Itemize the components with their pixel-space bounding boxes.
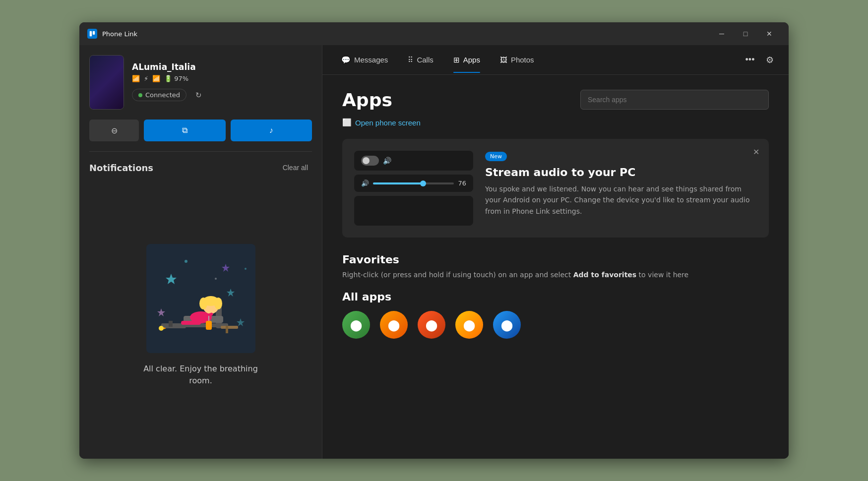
svg-rect-17 xyxy=(226,326,228,333)
volume-fill xyxy=(373,182,423,184)
maximize-button[interactable]: □ xyxy=(734,26,757,42)
favorites-subtitle-highlight: Add to favorites xyxy=(573,271,636,279)
all-apps-title: All apps xyxy=(342,291,769,303)
photos-icon: 🖼 xyxy=(500,56,507,64)
search-input[interactable] xyxy=(580,90,769,110)
wifi-icon: ⚡ xyxy=(144,75,148,82)
promo-text: New Stream audio to your PC You spoke an… xyxy=(485,151,757,226)
phone-meta: ALumia_Italia 📶 ⚡ 📶 🔋 97% Connected xyxy=(132,62,312,103)
promo-close-button[interactable]: ✕ xyxy=(749,145,763,159)
phone-stats: 📶 ⚡ 📶 🔋 97% xyxy=(132,75,312,82)
open-phone-button[interactable]: ⬜ Open phone screen xyxy=(342,118,421,127)
notification-illustration xyxy=(146,244,255,353)
favorites-subtitle: Right-click (or press and hold if using … xyxy=(342,271,769,279)
messages-icon: 💬 xyxy=(341,56,351,64)
app-icons-row: ⬤ ⬤ ⬤ ⬤ ⬤ xyxy=(342,311,769,339)
nav-apps-label: Apps xyxy=(463,56,480,64)
mute-button[interactable]: ⊖ xyxy=(89,120,139,141)
svg-rect-0 xyxy=(90,31,92,37)
notifications-header: Notifications Clear all xyxy=(89,162,312,174)
nav-photos[interactable]: 🖼 Photos xyxy=(491,52,543,68)
main-scrollable: Apps ⬜ Open phone screen ✕ xyxy=(322,75,789,459)
nav-calls-label: Calls xyxy=(417,56,433,64)
favorites-subtitle-end: to view it here xyxy=(636,271,688,279)
battery-status: 🔋 97% xyxy=(164,75,188,82)
promo-visual: 🔊 🔊 76 xyxy=(354,151,473,226)
more-button[interactable]: ••• xyxy=(741,51,759,69)
divider xyxy=(89,151,312,152)
connected-label: Connected xyxy=(145,91,180,99)
svg-point-27 xyxy=(159,326,164,331)
promo-description: You spoke and we listened. Now you can h… xyxy=(485,183,757,217)
nav-calls[interactable]: ⠿ Calls xyxy=(399,52,442,68)
svg-point-8 xyxy=(185,260,187,263)
battery-level: 97% xyxy=(174,75,188,82)
audio-widget: 🔊 xyxy=(354,151,473,171)
app5-icon: ⬤ xyxy=(501,319,513,331)
nav-apps[interactable]: ⊞ Apps xyxy=(444,52,489,68)
main-header: Apps xyxy=(342,90,769,110)
svg-rect-1 xyxy=(93,31,95,35)
svg-rect-24 xyxy=(206,321,212,330)
clear-all-button[interactable]: Clear all xyxy=(279,162,312,174)
favorites-subtitle-start: Right-click (or press and hold if using … xyxy=(342,271,573,279)
window-controls: ─ □ ✕ xyxy=(710,26,781,42)
promo-card: ✕ 🔊 🔊 xyxy=(342,139,769,238)
svg-rect-26 xyxy=(181,321,201,325)
nav-bar: 💬 Messages ⠿ Calls ⊞ Apps 🖼 Photos •• xyxy=(322,45,789,75)
empty-notifications: All clear. Enjoy the breathingroom. xyxy=(89,181,312,449)
app2-icon: ⬤ xyxy=(388,319,400,331)
svg-point-9 xyxy=(215,278,217,280)
settings-icon: ⚙ xyxy=(766,55,774,65)
nav-photos-label: Photos xyxy=(511,56,534,64)
volume-track[interactable] xyxy=(373,182,454,184)
minimize-button[interactable]: ─ xyxy=(710,26,733,42)
music-icon: ♪ xyxy=(269,126,273,135)
chrome-icon: ⬤ xyxy=(350,319,363,331)
svg-point-22 xyxy=(214,298,222,309)
app-icon-5[interactable]: ⬤ xyxy=(493,311,521,339)
phone-info: ALumia_Italia 📶 ⚡ 📶 🔋 97% Connected xyxy=(89,55,312,110)
app-title: Phone Link xyxy=(102,30,705,38)
favorites-title: Favorites xyxy=(342,253,769,266)
bluetooth-icon: 📶 xyxy=(132,75,140,82)
more-icon: ••• xyxy=(745,55,755,65)
phone-screen-preview xyxy=(354,196,473,226)
promo-title: Stream audio to your PC xyxy=(485,166,757,179)
page-title: Apps xyxy=(342,90,392,110)
content-area: ALumia_Italia 📶 ⚡ 📶 🔋 97% Connected xyxy=(79,45,789,459)
open-phone-icon: ⬜ xyxy=(342,118,352,127)
svg-rect-2 xyxy=(146,244,255,353)
app-icon-chrome[interactable]: ⬤ xyxy=(342,311,370,339)
volume-thumb xyxy=(420,180,426,186)
calls-icon: ⠿ xyxy=(408,56,413,64)
nav-messages-label: Messages xyxy=(354,56,388,64)
settings-button[interactable]: ⚙ xyxy=(761,51,779,69)
svg-point-10 xyxy=(245,268,247,270)
title-bar: Phone Link ─ □ ✕ xyxy=(79,22,789,45)
app-icon-4[interactable]: ⬤ xyxy=(455,311,483,339)
phone-name: ALumia_Italia xyxy=(132,62,312,72)
svg-point-21 xyxy=(199,298,207,309)
music-button[interactable]: ♪ xyxy=(231,120,312,141)
app-icon-3[interactable]: ⬤ xyxy=(418,311,445,339)
app-window: Phone Link ─ □ ✕ ALumia_Italia 📶 ⚡ 📶 xyxy=(79,22,789,459)
close-button[interactable]: ✕ xyxy=(758,26,781,42)
volume-widget: 🔊 76 xyxy=(354,175,473,192)
refresh-button[interactable]: ↻ xyxy=(190,87,206,103)
screen-icon: ⧉ xyxy=(182,126,187,135)
all-apps-section: All apps ⬤ ⬤ ⬤ ⬤ xyxy=(342,291,769,339)
apps-icon: ⊞ xyxy=(453,56,460,64)
screen-button[interactable]: ⧉ xyxy=(144,120,226,141)
svg-rect-16 xyxy=(221,326,238,329)
volume-value: 76 xyxy=(458,180,466,187)
nav-messages[interactable]: 💬 Messages xyxy=(332,52,397,68)
main-content: 💬 Messages ⠿ Calls ⊞ Apps 🖼 Photos •• xyxy=(322,45,789,459)
app4-icon: ⬤ xyxy=(463,319,476,331)
app-icon-2[interactable]: ⬤ xyxy=(380,311,408,339)
empty-notifications-text: All clear. Enjoy the breathingroom. xyxy=(143,363,258,387)
sidebar: ALumia_Italia 📶 ⚡ 📶 🔋 97% Connected xyxy=(79,45,322,459)
signal-icon: 📶 xyxy=(152,75,160,82)
audio-toggle[interactable] xyxy=(361,156,379,166)
volume-icon: 🔊 xyxy=(361,180,369,187)
